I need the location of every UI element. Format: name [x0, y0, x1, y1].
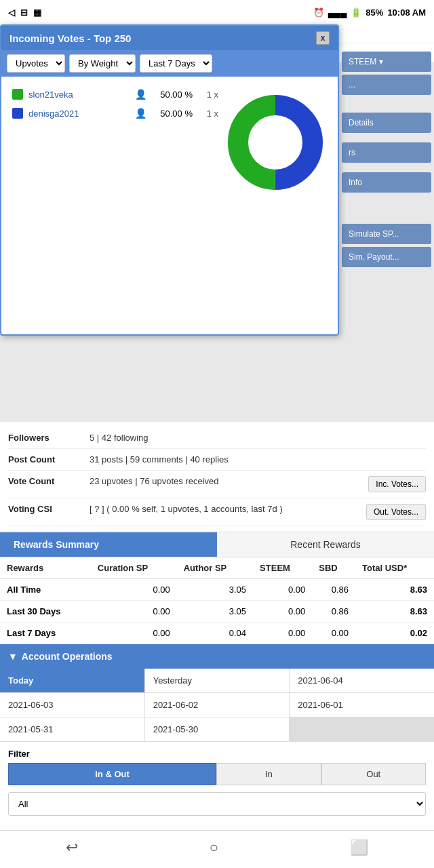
vote-user-icon-2: 👤 [135, 108, 146, 119]
operations-grid: TodayYesterday2021-06-042021-06-032021-0… [0, 669, 434, 742]
reward-steem-1: 0.00 [253, 601, 312, 623]
reward-period-2: Last 7 Days [0, 623, 91, 644]
recent-button[interactable]: ⬜ [350, 839, 368, 860]
modal-header: Incoming Votes - Top 250 x [1, 26, 338, 50]
reward-author-0: 3.05 [177, 579, 253, 601]
op-cell-4[interactable]: 2021-06-02 [145, 693, 290, 717]
reward-author-1: 3.05 [177, 601, 253, 623]
voting-csi-label: Voting CSI [8, 504, 90, 514]
vote-count-label: Vote Count [8, 476, 90, 486]
svg-point-2 [250, 117, 301, 168]
filter-in-out-button[interactable]: In & Out [8, 763, 216, 785]
alarm-icon: ⏰ [313, 7, 324, 18]
reward-steem-0: 0.00 [253, 579, 312, 601]
filter-in-button[interactable]: In [216, 763, 321, 785]
send-icon: ◁ [8, 7, 15, 18]
sim-payout-button[interactable]: Sim. Payout... [342, 247, 431, 267]
filter-label: Filter [8, 749, 426, 759]
followers-label: Followers [8, 433, 90, 443]
recent-rewards-tab[interactable]: Recent Rewards [217, 532, 434, 557]
filter-all-select[interactable]: All [8, 792, 426, 816]
details-button[interactable]: Details [342, 113, 431, 133]
chevron-down-icon: ▼ [8, 651, 18, 662]
status-left: ◁ ⊟ ▦ [8, 7, 41, 18]
back-button[interactable]: ↩ [66, 839, 78, 860]
rewards-row-0: All Time 0.00 3.05 0.00 0.86 8.63 [0, 579, 434, 601]
op-cell-0[interactable]: Today [0, 669, 144, 692]
vote-pct-1: 50.00 % [152, 90, 193, 100]
reward-period-1: Last 30 Days [0, 601, 91, 623]
info-section: Followers 5 | 42 following Post Count 31… [0, 422, 434, 532]
bookmark-icon: ⊟ [20, 7, 28, 18]
rewards-tabs: Rewards Summary Recent Rewards [0, 532, 434, 557]
info-button[interactable]: Info [342, 172, 431, 193]
op-cell-6[interactable]: 2021-05-31 [0, 717, 144, 741]
vote-name-1[interactable]: slon21veka [28, 90, 130, 100]
account-operations-header: ▼ Account Operations [0, 644, 434, 669]
battery-pct: 85% [366, 7, 383, 18]
op-cell-7[interactable]: 2021-05-30 [145, 717, 290, 741]
vote-count-2: 1 x [198, 108, 218, 119]
col-sbd: SBD [312, 557, 355, 579]
reward-period-0: All Time [0, 579, 91, 601]
more-button[interactable]: ... [342, 75, 431, 95]
post-count-value: 31 posts | 59 comments | 40 replies [90, 454, 426, 465]
modal-controls: Upvotes By Weight Last 7 Days [1, 50, 338, 77]
followers-row: Followers 5 | 42 following [8, 427, 426, 449]
home-button[interactable]: ○ [210, 839, 218, 860]
time-range-select[interactable]: Last 7 Days [140, 54, 212, 73]
op-cell-3[interactable]: 2021-06-03 [0, 693, 144, 717]
reward-author-2: 0.04 [177, 623, 253, 644]
col-author-sp: Author SP [177, 557, 253, 579]
vote-color-1 [12, 89, 23, 100]
inc-votes-button[interactable]: Inc. Votes... [368, 476, 426, 492]
vote-type-select[interactable]: Upvotes [7, 54, 65, 73]
vote-color-2 [12, 108, 23, 119]
status-bar: ◁ ⊟ ▦ ⏰ ▄▄▄ 🔋 85% 10:08 AM [0, 0, 434, 24]
battery-icon: 🔋 [351, 7, 361, 18]
vote-count-row: Vote Count 23 upvotes | 76 upvotes recei… [8, 471, 426, 498]
steem-button[interactable]: STEEM ▾ [342, 52, 431, 72]
op-cell-2[interactable]: 2021-06-04 [290, 669, 434, 692]
modal-body: slon21veka 👤 50.00 % 1 x denisga2021 👤 5… [1, 77, 338, 334]
modal-title: Incoming Votes - Top 250 [9, 33, 131, 44]
vote-name-2[interactable]: denisga2021 [28, 108, 130, 119]
rewards-row-1: Last 30 Days 0.00 3.05 0.00 0.86 8.63 [0, 601, 434, 623]
rewards-header-row: Rewards Curation SP Author SP STEEM SBD … [0, 557, 434, 579]
sidebar-buttons: STEEM ▾ ... Details rs Info Simulate SP.… [339, 49, 434, 271]
status-right: ⏰ ▄▄▄ 🔋 85% 10:08 AM [313, 7, 426, 18]
reward-steem-2: 0.00 [253, 623, 312, 644]
sort-by-select[interactable]: By Weight [69, 54, 136, 73]
reward-total-2: 0.02 [355, 623, 434, 644]
vote-list: slon21veka 👤 50.00 % 1 x denisga2021 👤 5… [9, 85, 221, 326]
out-votes-button[interactable]: Out. Votes... [366, 504, 426, 520]
col-rewards: Rewards [0, 557, 91, 579]
vote-user-icon-1: 👤 [135, 89, 146, 100]
incoming-votes-modal: Incoming Votes - Top 250 x Upvotes By We… [0, 24, 339, 336]
main-content: Followers 5 | 42 following Post Count 31… [0, 422, 434, 868]
time: 10:08 AM [387, 7, 426, 18]
rewards-summary-tab[interactable]: Rewards Summary [0, 532, 217, 557]
modal-close-button[interactable]: x [316, 31, 330, 45]
vote-count-1: 1 x [198, 90, 218, 100]
reward-sbd-1: 0.86 [312, 601, 355, 623]
donut-chart [221, 85, 330, 326]
op-cell-1[interactable]: Yesterday [145, 669, 290, 692]
reward-total-1: 8.63 [355, 601, 434, 623]
vote-count-value: 23 upvotes | 76 upvotes received [90, 476, 363, 486]
filter-out-button[interactable]: Out [321, 763, 427, 785]
vote-row-2: denisga2021 👤 50.00 % 1 x [9, 104, 221, 123]
vote-pct-2: 50.00 % [152, 108, 193, 119]
col-steem: STEEM [253, 557, 312, 579]
simulate-sp-button[interactable]: Simulate SP... [342, 224, 431, 244]
rewards-row-2: Last 7 Days 0.00 0.04 0.00 0.00 0.02 [0, 623, 434, 644]
reward-curation-0: 0.00 [91, 579, 177, 601]
rs-button[interactable]: rs [342, 142, 431, 163]
vote-row-1: slon21veka 👤 50.00 % 1 x [9, 85, 221, 104]
op-cell-5[interactable]: 2021-06-01 [290, 693, 434, 717]
rewards-table: Rewards Curation SP Author SP STEEM SBD … [0, 557, 434, 644]
followers-value: 5 | 42 following [90, 433, 426, 443]
message-icon: ▦ [33, 7, 41, 18]
reward-sbd-0: 0.86 [312, 579, 355, 601]
voting-csi-row: Voting CSI [ ? ] ( 0.00 % self, 1 upvote… [8, 498, 426, 526]
